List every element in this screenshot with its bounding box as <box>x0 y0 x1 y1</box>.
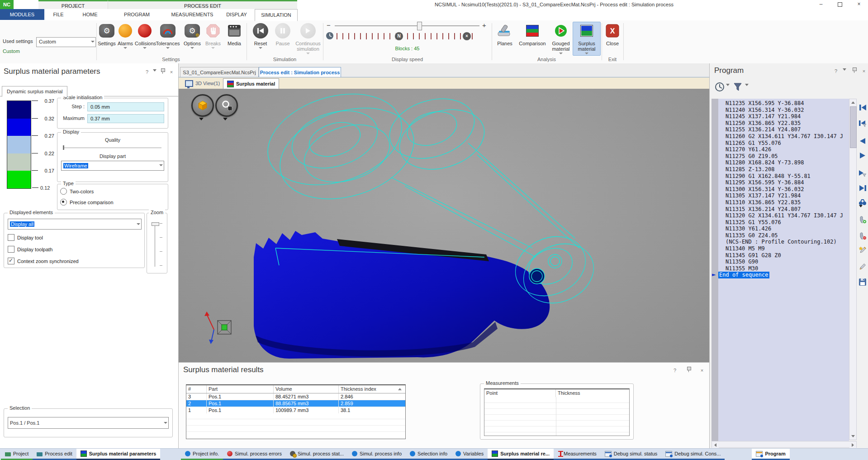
edit-button[interactable] <box>858 262 868 272</box>
ribbon-tab[interactable]: MEASUREMENTS <box>166 9 218 20</box>
program-line[interactable]: N11290 G1 X162.848 Y-55.81 <box>711 173 849 180</box>
panel-tab[interactable]: Debug simul. status <box>601 449 662 460</box>
pin-icon[interactable] <box>852 67 857 73</box>
chevron-down-icon[interactable] <box>726 86 730 91</box>
column-header[interactable]: Point <box>484 389 556 397</box>
panel-tab[interactable]: Variables <box>451 449 488 460</box>
tab-3d-view[interactable]: 3D View(1) <box>181 78 223 88</box>
program-line[interactable]: N11265 G1 Y55.076 <box>711 140 849 147</box>
surplus-material-button[interactable]: Surplus material <box>573 22 601 56</box>
program-line[interactable]: N11280 X168.824 Y-73.898 <box>711 159 849 166</box>
doc-tab-project[interactable]: S3_01_CompareExecMat.NcsPrj <box>180 67 259 78</box>
results-table-header[interactable]: # Part Volume Thickness index <box>186 385 405 393</box>
settings-button[interactable]: ⚙ Settings <box>98 22 116 46</box>
close-panel-icon[interactable]: × <box>168 69 175 75</box>
panel-tab[interactable]: Selection info <box>406 449 451 460</box>
ribbon-tab[interactable]: DISPLAY <box>218 9 255 20</box>
program-listing[interactable]: N11235 X156.595 Y-36.884 N11240 X156.314… <box>711 99 849 441</box>
step-back-button[interactable] <box>858 136 868 146</box>
column-header[interactable]: # <box>186 385 207 393</box>
type-radio[interactable]: Precise comparison <box>60 199 165 206</box>
scroll-up-button[interactable] <box>849 99 856 106</box>
program-line[interactable]: N11275 G0 Z19.05 <box>711 153 849 160</box>
panel-tab[interactable]: Surplus material parameters <box>76 449 161 460</box>
tolerances-button[interactable]: Tolerances <box>156 22 180 49</box>
program-line[interactable]: N11330 Y61.426 <box>711 225 849 232</box>
remove-breakpoint-button[interactable] <box>858 231 868 241</box>
chevron-down-icon[interactable] <box>745 86 749 91</box>
chevron-down-icon[interactable] <box>859 207 863 213</box>
column-header[interactable]: Volume <box>274 385 339 393</box>
program-line[interactable]: End of sequence <box>711 272 849 278</box>
close-panel-icon[interactable]: × <box>699 367 705 374</box>
ribbon-tab[interactable]: PROGRAM <box>108 9 166 20</box>
program-line[interactable]: N11310 X136.865 Y22.835 <box>711 199 849 206</box>
program-line[interactable]: N11285 Z-13.208 <box>711 166 849 173</box>
ribbon-tab[interactable]: HOME <box>72 9 108 20</box>
panel-tab[interactable]: Project info. <box>181 449 223 460</box>
go-last-block-button[interactable] <box>858 183 868 193</box>
scroll-left-button[interactable] <box>712 441 719 448</box>
edit-favorite-button[interactable] <box>858 245 868 255</box>
save-button[interactable] <box>858 277 868 287</box>
gouged-material-button[interactable]: Gouged material <box>549 22 573 54</box>
program-line[interactable]: N11260 G2 X134.611 Y34.767 I30.147 J <box>711 133 849 140</box>
panel-tab[interactable]: Program <box>752 449 789 460</box>
program-line[interactable]: N11250 X136.865 Y22.835 <box>711 120 849 127</box>
step-field[interactable]: 0.05 mm <box>87 102 164 111</box>
pin-icon[interactable] <box>686 366 692 373</box>
go-back-filtered-button[interactable] <box>858 119 868 129</box>
chevron-down-icon[interactable] <box>153 72 157 77</box>
pin-icon[interactable] <box>160 68 166 74</box>
program-line[interactable]: N11320 G2 X134.611 Y34.767 I30.147 J <box>711 212 849 219</box>
clock-icon[interactable] <box>326 32 334 40</box>
column-header[interactable]: Part <box>207 385 274 393</box>
panel-tab[interactable]: Project <box>1 449 33 460</box>
play-button[interactable] <box>858 150 868 160</box>
panel-tab[interactable]: Simul. process info <box>348 449 406 460</box>
collisions-button[interactable]: Collisions <box>135 22 155 49</box>
speed-slider-handle[interactable] <box>417 22 422 30</box>
program-vscrollbar[interactable] <box>849 99 857 440</box>
tab-surplus-material[interactable]: Surplus material <box>223 78 279 89</box>
maximum-field[interactable]: 0.37 mm <box>87 114 164 123</box>
restore-button[interactable] <box>833 1 847 8</box>
comparison-button[interactable]: Comparison <box>517 22 548 46</box>
displayed-elements-dropdown[interactable]: Display all <box>8 219 142 230</box>
doc-tab-process-edit[interactable]: Process edit : Simulation process <box>259 67 341 78</box>
filter-icon[interactable] <box>733 82 742 91</box>
display-part-dropdown[interactable]: Wireframe <box>61 161 164 171</box>
speed-slider-track[interactable] <box>335 25 479 26</box>
panel-tab[interactable]: Surplus material re... <box>488 449 554 460</box>
reset-button[interactable]: Reset <box>250 22 271 49</box>
chevron-down-icon[interactable] <box>223 118 228 120</box>
options-button[interactable]: ⚙⚙ Options <box>182 22 203 49</box>
table-row[interactable]: 2 Pos.1 88.85675 mm3 2.859 <box>186 400 405 407</box>
selection-dropdown[interactable]: Pos.1 / Pos.1 <box>8 417 169 429</box>
speed-minus[interactable]: − <box>327 21 331 29</box>
help-icon[interactable]: ? <box>144 69 150 75</box>
table-row[interactable]: 1 Pos.1 100989.7 mm3 38.1 <box>186 407 405 414</box>
program-line[interactable]: N11325 G1 Y55.076 <box>711 219 849 226</box>
speed-tick-strip[interactable] <box>337 33 475 39</box>
view-orientation-button[interactable] <box>191 94 214 117</box>
ribbon-tab[interactable]: FILE <box>44 9 72 20</box>
scroll-right-button[interactable] <box>849 441 856 448</box>
program-line[interactable]: N11270 Y61.426 <box>711 146 849 153</box>
program-line[interactable]: N11345 G91 G28 Z0 <box>711 252 849 259</box>
viewport-canvas[interactable] <box>179 89 709 362</box>
program-line[interactable]: N11295 X156.595 Y-36.884 <box>711 179 849 186</box>
alarms-button[interactable]: Alarms <box>117 22 134 49</box>
scroll-thumb[interactable] <box>850 106 857 148</box>
program-line[interactable]: N11350 G90 <box>711 259 849 265</box>
panel-tab[interactable]: Measurements <box>554 449 601 460</box>
pause-button[interactable]: Pause <box>272 22 293 46</box>
type-radio[interactable]: Two-colors <box>60 188 165 195</box>
breaks-button[interactable]: Breaks <box>204 22 223 49</box>
panel-tab[interactable]: Simul. process stat... <box>286 449 348 460</box>
continuous-simulation-button[interactable]: Continuous simulation <box>294 22 322 54</box>
x-block-badge[interactable]: × <box>462 32 471 41</box>
program-line[interactable]: N11340 M5 M9 <box>711 245 849 252</box>
go-first-block-button[interactable] <box>858 102 868 112</box>
zoom-slider-handle[interactable] <box>152 222 159 226</box>
